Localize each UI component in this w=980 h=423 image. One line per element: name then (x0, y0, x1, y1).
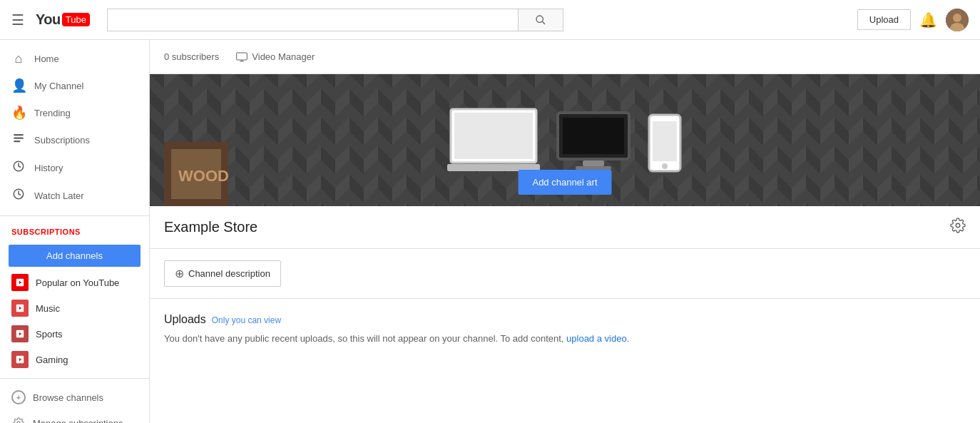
avatar[interactable] (946, 9, 969, 31)
sidebar-divider-1 (0, 215, 149, 216)
logo-tube: Tube (62, 13, 90, 26)
device-phone (647, 113, 683, 175)
manage-subscriptions-item[interactable]: Manage subscriptions (0, 410, 149, 423)
popular-channel-label: Popular on YouTube (36, 277, 119, 288)
sidebar-item-home[interactable]: ⌂ Home (0, 46, 149, 72)
device-laptop (447, 106, 540, 175)
main-content: 0 subscribers Video Manager WOODS (150, 40, 980, 423)
sidebar-item-trending[interactable]: 🔥 Trending (0, 99, 149, 126)
manage-subscriptions-icon (11, 416, 26, 423)
header-right: Upload 🔔 (857, 9, 969, 31)
my-channel-icon: 👤 (11, 78, 26, 93)
sidebar-item-history-label: History (34, 163, 63, 173)
channel-info: Example Store (150, 206, 980, 249)
svg-rect-19 (237, 53, 247, 60)
svg-rect-29 (563, 118, 624, 154)
search-bar (107, 9, 563, 31)
watch-later-icon (11, 188, 26, 204)
sidebar-item-watch-later[interactable]: Watch Later (0, 182, 149, 210)
channel-description-label: Channel description (188, 268, 270, 279)
svg-rect-30 (583, 160, 604, 166)
sidebar-item-sports[interactable]: Sports (0, 321, 149, 347)
upload-button[interactable]: Upload (857, 9, 911, 30)
sidebar-item-my-channel[interactable]: 👤 My Channel (0, 72, 149, 99)
channel-description-area: ⊕ Channel description (150, 249, 980, 299)
svg-line-1 (542, 21, 545, 24)
sidebar-item-gaming[interactable]: Gaming (0, 347, 149, 372)
uploads-title: Uploads (164, 313, 206, 326)
sidebar-item-subscriptions-label: Subscriptions (34, 135, 90, 146)
layout: ⌂ Home 👤 My Channel 🔥 Trending Subscript… (0, 40, 980, 423)
search-button[interactable] (518, 9, 563, 31)
svg-point-34 (662, 163, 668, 169)
svg-rect-6 (14, 138, 24, 139)
add-channels-button[interactable]: Add channels (9, 245, 141, 267)
plus-icon: ⊕ (175, 267, 184, 280)
channel-name: Example Store (164, 219, 257, 235)
video-manager-label: Video Manager (252, 51, 315, 62)
browse-channels-item[interactable]: + Browse channels (0, 384, 149, 410)
svg-text:WOODS: WOODS (178, 167, 228, 185)
add-channel-art-button[interactable]: Add channel art (518, 170, 611, 195)
svg-point-35 (956, 223, 960, 228)
svg-rect-7 (14, 141, 20, 142)
device-tv (554, 109, 633, 175)
svg-point-3 (953, 14, 961, 22)
video-manager-link[interactable]: Video Manager (236, 51, 315, 62)
music-channel-icon (11, 300, 29, 317)
logo-you: You (36, 11, 61, 28)
history-icon (11, 160, 26, 176)
gaming-channel-icon (11, 351, 29, 368)
gaming-channel-label: Gaming (36, 355, 68, 365)
menu-icon[interactable]: ☰ (11, 11, 24, 29)
music-channel-label: Music (36, 303, 60, 314)
uploads-period: . (627, 333, 630, 344)
sidebar: ⌂ Home 👤 My Channel 🔥 Trending Subscript… (0, 40, 150, 423)
uploads-visibility: Only you can view (212, 315, 281, 325)
sports-channel-icon (11, 325, 29, 342)
upload-video-link[interactable]: upload a video (566, 333, 627, 344)
sidebar-item-subscriptions[interactable]: Subscriptions (0, 126, 149, 154)
banner-devices (447, 106, 683, 175)
sidebar-item-watch-later-label: Watch Later (34, 190, 84, 201)
manage-subscriptions-label: Manage subscriptions (33, 418, 123, 424)
channel-subheader: 0 subscribers Video Manager (150, 40, 980, 74)
subscribers-count: 0 subscribers (164, 51, 219, 62)
sidebar-item-history[interactable]: History (0, 154, 149, 182)
search-input[interactable] (107, 9, 518, 31)
popular-channel-icon (11, 274, 29, 291)
trending-icon: 🔥 (11, 105, 26, 121)
sidebar-item-popular[interactable]: Popular on YouTube (0, 270, 149, 295)
add-channel-description-button[interactable]: ⊕ Channel description (164, 260, 281, 287)
browse-channels-icon: + (11, 390, 26, 404)
uploads-empty-text: You don't have any public recent uploads… (164, 332, 966, 346)
sidebar-item-home-label: Home (34, 53, 59, 64)
svg-rect-33 (653, 121, 677, 161)
sports-channel-label: Sports (36, 329, 63, 340)
svg-rect-5 (14, 134, 24, 136)
uploads-section: Uploads Only you can view You don't have… (150, 299, 980, 360)
notifications-bell-icon[interactable]: 🔔 (919, 11, 937, 29)
svg-rect-31 (576, 166, 611, 170)
logo[interactable]: YouTube (36, 11, 90, 28)
subscriptions-icon (11, 132, 26, 148)
svg-point-0 (536, 16, 543, 22)
subscriptions-section-label: SUBSCRIPTIONS (0, 222, 149, 242)
sidebar-item-my-channel-label: My Channel (34, 81, 83, 91)
channel-settings-button[interactable] (950, 218, 966, 237)
header: ☰ YouTube Upload 🔔 (0, 0, 980, 40)
browse-channels-label: Browse channels (33, 392, 103, 403)
sidebar-item-music[interactable]: Music (0, 295, 149, 321)
channel-banner: WOODS (150, 74, 980, 206)
uploads-header: Uploads Only you can view (164, 313, 966, 326)
home-icon: ⌂ (11, 51, 26, 66)
channel-banner-avatar: WOODS (164, 142, 228, 206)
svg-rect-26 (454, 113, 533, 159)
sidebar-item-trending-label: Trending (34, 108, 71, 118)
sidebar-divider-2 (0, 378, 149, 379)
